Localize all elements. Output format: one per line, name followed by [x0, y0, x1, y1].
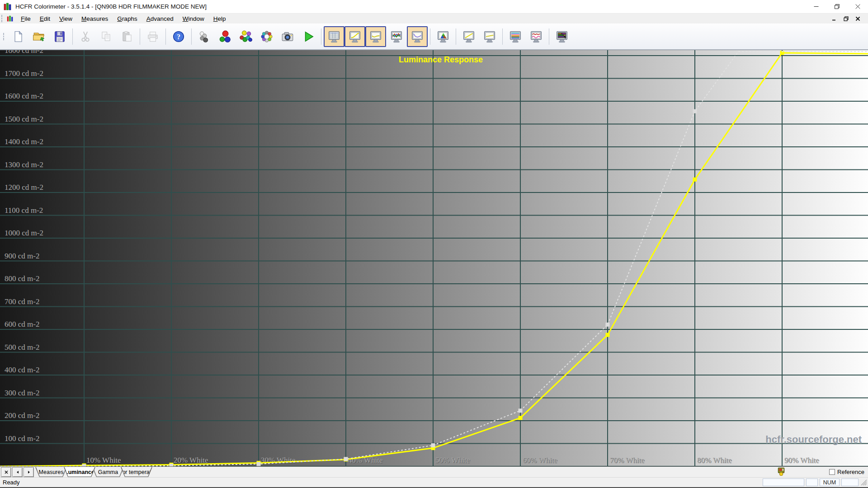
view-delta-e-graph-button[interactable] — [526, 26, 547, 47]
paste-clipboard-icon — [120, 30, 134, 43]
reference-pq-curve-line — [0, 52, 868, 466]
y-tick-label: 800 cd m-2 — [5, 274, 39, 283]
status-panel — [763, 479, 804, 486]
monitor-colortemp-curve-icon — [410, 30, 424, 43]
copy-button — [96, 26, 117, 47]
monitor-red-curves-icon — [529, 30, 543, 43]
status-bar: Ready NUM — [0, 477, 868, 487]
view-color-temperature-graph-button[interactable] — [407, 26, 428, 47]
toolbar-separator — [321, 28, 321, 45]
monitor-dark-histogram-icon — [555, 30, 569, 43]
view-cie-diagram-button[interactable] — [433, 26, 453, 47]
measure-primaries-button[interactable] — [215, 26, 236, 47]
sensor-icon — [777, 467, 786, 478]
save-button[interactable] — [49, 26, 70, 47]
tab-measures[interactable]: Measures — [35, 467, 67, 477]
measure-primaries-balls-icon — [218, 30, 232, 43]
menu-edit[interactable]: Edit — [35, 14, 55, 23]
mdi-close-button[interactable] — [854, 15, 862, 23]
grid-lines — [0, 50, 868, 466]
view-free-measures-graph-button[interactable] — [479, 26, 500, 47]
new-button[interactable] — [8, 26, 28, 47]
run-measurements-button[interactable] — [298, 26, 319, 47]
capture-image-button[interactable] — [277, 26, 298, 47]
mdi-minimize-button[interactable] — [830, 15, 838, 23]
measure-grayscale-button[interactable] — [194, 26, 215, 47]
view-luminance-linear-graph-button[interactable] — [458, 26, 479, 47]
measured-luminance-marker — [519, 416, 523, 420]
x-tick-label: 10% White — [86, 456, 121, 465]
tab-luminance[interactable]: Luminance — [64, 467, 95, 477]
tab-close-button[interactable] — [1, 467, 11, 477]
monitor-cie-triangle-icon — [436, 30, 450, 43]
monitor-color-lines-icon — [509, 30, 522, 43]
restore-button[interactable] — [826, 0, 847, 13]
status-message: Ready — [3, 479, 20, 486]
title-bar: HCFR Colorimeter - 3.5.1.4 - [QN90B HDR … — [0, 0, 868, 14]
tab-gamma[interactable]: Gamma — [92, 467, 124, 477]
x-tick-label: 20% White — [174, 456, 208, 465]
view-gamma-graph-button[interactable] — [365, 26, 386, 47]
print-printer-icon — [146, 30, 160, 43]
reference-pq-curve-marker — [344, 457, 348, 461]
minimize-button[interactable] — [806, 0, 826, 13]
menu-advanced[interactable]: Advanced — [142, 14, 178, 23]
play-green-icon — [302, 30, 315, 43]
view-measures-histogram-button[interactable] — [552, 26, 572, 47]
monitor-luminance-curve-icon — [348, 30, 362, 43]
y-tick-label: 1100 cd m-2 — [5, 206, 43, 215]
close-button[interactable] — [847, 0, 868, 13]
y-tick-label: 500 cd m-2 — [5, 343, 39, 352]
tab-color-temperature[interactable]: Color temperature — [121, 467, 152, 477]
monitor-yellow-flat-icon — [483, 30, 496, 43]
reference-checkbox-box[interactable] — [829, 469, 835, 475]
open-button[interactable] — [28, 26, 49, 47]
view-measures-table-button[interactable] — [324, 26, 344, 47]
reference-pq-curve-marker — [606, 323, 610, 327]
reference-pq-curve-marker — [519, 408, 523, 413]
y-tick-label: 1500 cd m-2 — [5, 115, 43, 123]
view-rgb-histogram-button[interactable] — [505, 26, 526, 47]
monitor-gamma-curve-icon — [369, 30, 382, 43]
measure-grayscale-balls-icon — [198, 30, 211, 43]
measured-luminance-marker — [606, 333, 610, 337]
y-tick-label: 1700 cd m-2 — [5, 69, 43, 78]
copy-pages-icon — [99, 30, 113, 43]
chart-title: Luminance Response — [399, 55, 483, 64]
svg-text:?: ? — [177, 33, 180, 40]
tab-scroll-left-button[interactable] — [12, 467, 23, 477]
menu-graphs[interactable]: Graphs — [113, 14, 142, 23]
cut-button — [75, 26, 96, 47]
y-tick-label: 200 cd m-2 — [5, 411, 39, 420]
toolbar-separator — [165, 28, 166, 45]
measured-luminance-marker — [693, 178, 697, 182]
help-button[interactable]: ? — [168, 26, 189, 47]
mdi-child-icon[interactable] — [7, 15, 14, 22]
y-tick-label: 1300 cd m-2 — [5, 160, 43, 169]
mdi-restore-button[interactable] — [842, 15, 850, 23]
reference-checkbox[interactable]: Reference — [829, 469, 864, 475]
menu-window[interactable]: Window — [178, 14, 209, 23]
tab-scroll-right-button[interactable] — [24, 467, 34, 477]
y-tick-label: 1800 cd m-2 — [5, 50, 43, 55]
measure-secondaries-button[interactable] — [236, 26, 256, 47]
view-luminance-graph-button[interactable] — [344, 26, 365, 47]
camera-icon — [281, 30, 294, 43]
y-tick-label: 1000 cd m-2 — [5, 229, 43, 237]
reference-pq-curve-marker — [431, 443, 435, 447]
toolbar-separator — [456, 28, 456, 45]
menu-help[interactable]: Help — [209, 14, 231, 23]
x-tick-label: 60% White — [523, 456, 557, 465]
menu-measures[interactable]: Measures — [77, 14, 113, 23]
x-tick-label: 80% White — [697, 456, 732, 465]
menu-file[interactable]: File — [16, 14, 35, 23]
measure-all-colors-button[interactable] — [256, 26, 277, 47]
resize-grip[interactable] — [860, 479, 868, 486]
status-indicator-num: NUM — [820, 479, 840, 486]
paste-button — [117, 26, 137, 47]
cut-scissors-icon — [79, 30, 92, 43]
menu-view[interactable]: View — [55, 14, 77, 23]
view-rgb-levels-graph-button[interactable] — [386, 26, 407, 47]
toolbar-separator — [430, 28, 430, 45]
y-tick-label: 100 cd m-2 — [5, 434, 39, 443]
